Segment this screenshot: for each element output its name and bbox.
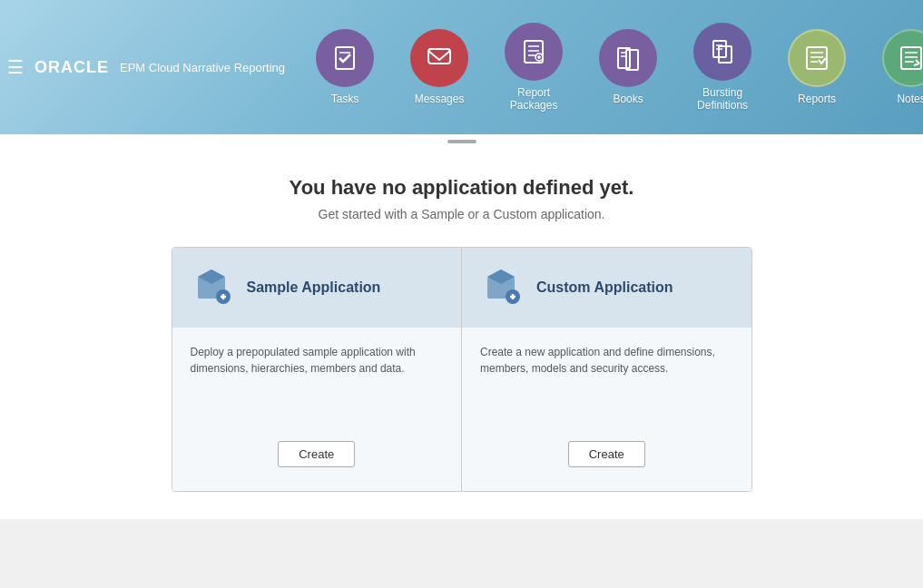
- no-app-title: You have no application defined yet.: [290, 176, 634, 200]
- custom-application-title: Custom Application: [536, 279, 673, 296]
- bursting-label: Bursting Definitions: [681, 86, 764, 113]
- reports-icon: [802, 44, 831, 73]
- sample-application-card: Sample Application Deploy a prepopulated…: [172, 248, 463, 491]
- top-navigation: ☰ ORACLE EPM Cloud Narrative Reporting T…: [0, 0, 923, 134]
- custom-application-description: Create a new application and define dime…: [480, 344, 733, 377]
- nav-item-messages[interactable]: Messages: [394, 22, 485, 113]
- nav-item-tasks[interactable]: Tasks: [299, 22, 390, 113]
- notes-label: Notes: [897, 93, 923, 105]
- nav-icons-container: Tasks Messages: [299, 15, 923, 120]
- scroll-indicator: [0, 134, 923, 149]
- sample-application-footer: Create: [191, 426, 444, 475]
- main-content: You have no application defined yet. Get…: [0, 149, 923, 519]
- svg-rect-22: [901, 47, 921, 69]
- sample-application-header[interactable]: Sample Application: [172, 248, 462, 328]
- notes-icon: [897, 44, 923, 73]
- custom-application-create-button[interactable]: Create: [568, 441, 645, 467]
- custom-app-icon: [480, 264, 524, 311]
- logo-area: ORACLE EPM Cloud Narrative Reporting: [34, 58, 285, 77]
- report-packages-label: Report Packages: [492, 86, 575, 113]
- custom-application-icon: [480, 264, 524, 308]
- messages-label: Messages: [415, 93, 465, 105]
- books-icon: [614, 44, 643, 73]
- app-title: EPM Cloud Narrative Reporting: [120, 61, 285, 74]
- messages-icon-circle: [410, 29, 468, 87]
- sample-application-description: Deploy a prepopulated sample application…: [191, 344, 444, 377]
- svg-rect-2: [428, 49, 450, 64]
- reports-label: Reports: [798, 93, 836, 105]
- tasks-label: Tasks: [331, 93, 359, 105]
- svg-rect-11: [626, 50, 638, 70]
- nav-item-reports[interactable]: Reports: [771, 22, 862, 113]
- messages-icon: [425, 44, 454, 73]
- report-packages-icon-circle: [505, 23, 563, 81]
- no-app-subtitle: Get started with a Sample or a Custom ap…: [319, 207, 605, 221]
- svg-rect-0: [336, 47, 354, 69]
- hamburger-menu[interactable]: ☰: [7, 56, 24, 78]
- nav-item-notes[interactable]: Notes: [866, 22, 923, 113]
- sample-application-create-button[interactable]: Create: [278, 441, 355, 467]
- sample-application-icon: [191, 264, 234, 308]
- tasks-icon: [330, 44, 359, 73]
- custom-application-body: Create a new application and define dime…: [462, 328, 751, 491]
- custom-application-footer: Create: [480, 426, 733, 475]
- svg-line-27: [914, 64, 919, 65]
- bursting-icon: [708, 37, 737, 66]
- custom-application-card: Custom Application Create a new applicat…: [462, 248, 751, 491]
- sample-application-body: Deploy a prepopulated sample application…: [172, 328, 462, 491]
- nav-item-bursting[interactable]: Bursting Definitions: [677, 15, 768, 120]
- svg-rect-10: [618, 48, 630, 68]
- custom-application-header[interactable]: Custom Application: [462, 248, 751, 328]
- books-label: Books: [613, 93, 643, 105]
- tasks-icon-circle: [316, 29, 374, 87]
- notes-icon-circle: [882, 29, 923, 87]
- sample-app-icon: [191, 264, 234, 311]
- scroll-dot: [447, 140, 476, 143]
- nav-item-books[interactable]: Books: [583, 22, 673, 113]
- reports-icon-circle: [788, 29, 846, 87]
- nav-item-report-packages[interactable]: Report Packages: [488, 15, 579, 120]
- report-packages-icon: [519, 37, 548, 66]
- svg-rect-18: [807, 47, 827, 69]
- sample-application-title: Sample Application: [247, 279, 381, 296]
- oracle-logo: ORACLE: [34, 58, 109, 77]
- bursting-icon-circle: [693, 23, 751, 81]
- books-icon-circle: [599, 29, 657, 87]
- cards-container: Sample Application Deploy a prepopulated…: [172, 247, 752, 492]
